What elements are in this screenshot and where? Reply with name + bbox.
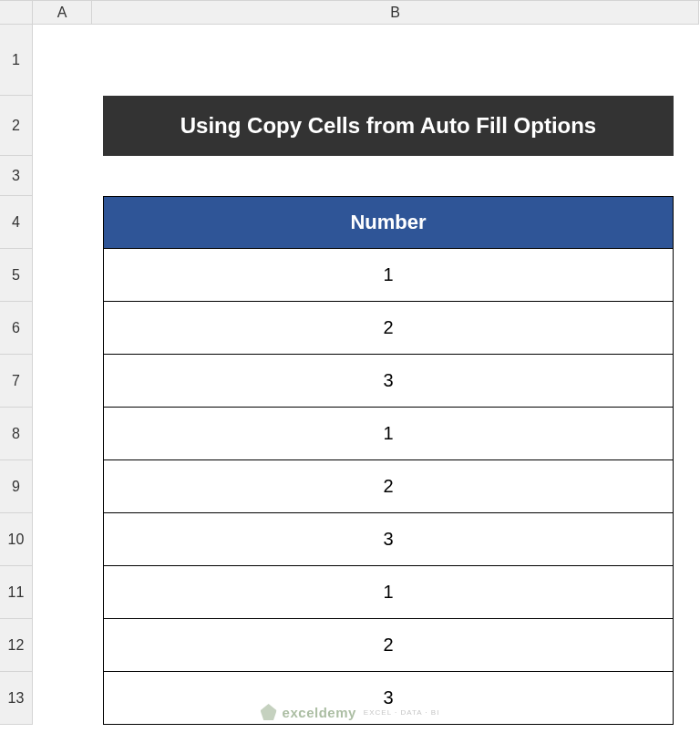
- cell-A11[interactable]: [33, 566, 92, 619]
- cell-A9[interactable]: [33, 460, 92, 513]
- column-A-cells: [33, 25, 92, 725]
- table-row[interactable]: 2: [103, 619, 674, 672]
- table-row[interactable]: 2: [103, 460, 674, 513]
- cell-A10[interactable]: [33, 513, 92, 566]
- table-row[interactable]: 1: [103, 566, 674, 619]
- row-header-4[interactable]: 4: [0, 196, 33, 249]
- row-header-3[interactable]: 3: [0, 156, 33, 196]
- row-headers: 1 2 3 4 5 6 7 8 9 10 11 12 13: [0, 25, 33, 725]
- table-row[interactable]: 1: [103, 408, 674, 460]
- cell-A13[interactable]: [33, 672, 92, 725]
- cell-A12[interactable]: [33, 619, 92, 672]
- row-header-11[interactable]: 11: [0, 566, 33, 619]
- cell-B3[interactable]: [92, 156, 699, 196]
- row-header-13[interactable]: 13: [0, 672, 33, 725]
- column-header-A[interactable]: A: [33, 1, 92, 25]
- table-row[interactable]: 3: [103, 672, 674, 725]
- table-row[interactable]: 3: [103, 355, 674, 408]
- table-row[interactable]: 3: [103, 513, 674, 566]
- cell-A3[interactable]: [33, 156, 92, 196]
- sheet-body: 1 2 3 4 5 6 7 8 9 10 11 12 13 Using Copy…: [0, 25, 700, 725]
- column-header-B[interactable]: B: [92, 1, 699, 25]
- table-row[interactable]: 1: [103, 249, 674, 302]
- row-header-6[interactable]: 6: [0, 302, 33, 355]
- column-B-cells: Using Copy Cells from Auto Fill Options …: [92, 25, 699, 725]
- row-header-1[interactable]: 1: [0, 25, 33, 96]
- table-header-cell[interactable]: Number: [103, 196, 674, 249]
- cell-B1[interactable]: [92, 25, 699, 96]
- select-all-corner[interactable]: [0, 1, 33, 25]
- row-header-5[interactable]: 5: [0, 249, 33, 302]
- cell-A2[interactable]: [33, 96, 92, 156]
- row-header-12[interactable]: 12: [0, 619, 33, 672]
- row-header-9[interactable]: 9: [0, 460, 33, 513]
- title-cell[interactable]: Using Copy Cells from Auto Fill Options: [103, 96, 674, 156]
- cell-A6[interactable]: [33, 302, 92, 355]
- row-header-8[interactable]: 8: [0, 408, 33, 460]
- column-header-row: A B: [0, 0, 700, 25]
- row-header-10[interactable]: 10: [0, 513, 33, 566]
- row-header-7[interactable]: 7: [0, 355, 33, 408]
- cell-A7[interactable]: [33, 355, 92, 408]
- cell-A1[interactable]: [33, 25, 92, 96]
- table-row[interactable]: 2: [103, 302, 674, 355]
- cell-A5[interactable]: [33, 249, 92, 302]
- row-header-2[interactable]: 2: [0, 96, 33, 156]
- cell-A8[interactable]: [33, 408, 92, 460]
- cell-A4[interactable]: [33, 196, 92, 249]
